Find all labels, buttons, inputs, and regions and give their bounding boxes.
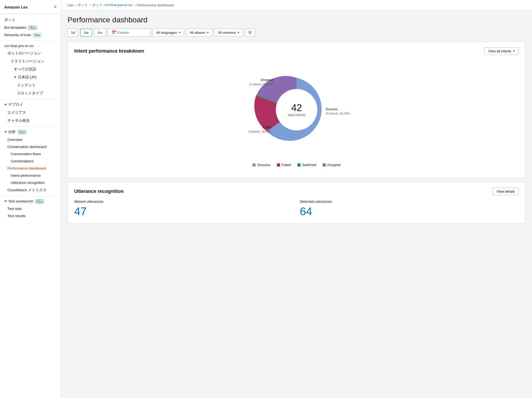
new-badge-test: New [36,200,44,204]
sidebar-item-all-lang[interactable]: すべての言語 [0,65,61,73]
detected-utterances: Detected utterances 64 [300,200,519,218]
success-callout-sub: 23 intents, 54.76% [326,112,350,116]
triangle-icon [14,77,16,78]
close-icon[interactable]: × [54,4,57,10]
legend-failed: Failed [277,163,291,167]
sidebar-item-performance-dashboard[interactable]: Performance dashboard [0,165,61,172]
sidebar-item-intent-performance[interactable]: Intent performance [0,172,61,179]
breadcrumb-sep: › [75,3,76,7]
sidebar-header: Amazon Lex × [0,0,61,14]
sidebar-nav: ボット Bot templates New Networks of bots N… [0,14,61,222]
chevron-down-icon [237,32,239,33]
switched-dot [297,163,301,167]
chart-container: 42 total intents Dropped 11 intents, 26.… [74,59,519,172]
all-languages-label: All languages [156,31,177,35]
success-callout-label: Success [326,107,350,112]
custom-date-input[interactable]: 📅 Custom [108,28,151,36]
utterance-card-header: Utterance recognition View details [74,188,519,195]
dropped-callout: Dropped 11 intents, 26.19% [249,78,273,86]
donut-hole [276,89,317,130]
svg-point-0 [249,32,251,33]
legend-success-label: Success [257,163,270,167]
new-badge: New [28,26,37,30]
failed-callout: Failed 8 intents, 19.05% [249,125,271,134]
dropped-callout-sub: 11 intents, 26.19% [249,82,273,86]
custom-label: Custom [117,31,129,35]
intent-card-title: Intent performance breakdown [74,48,144,54]
breadcrumb-bot-name[interactable]: ボット: cm-hirai-yes-or-no [92,3,132,7]
chevron-down-icon [178,32,181,33]
all-versions-dropdown[interactable]: All versions [214,29,243,36]
all-aliases-label: All aliases [190,31,205,35]
legend-dropped: Dropped [323,163,341,167]
chart-legend: Success Failed Switched Dropped [252,163,340,167]
time-1w-button[interactable]: 1w [80,29,92,36]
utterance-card-title: Utterance recognition [74,189,124,194]
view-all-label: View all intents [488,49,511,53]
calendar-icon: 📅 [111,30,115,35]
donut-chart: 42 total intents Dropped 11 intents, 26.… [241,65,352,155]
sidebar-item-utterance-recognition[interactable]: Utterance recognition [0,179,61,186]
sidebar-item-test-results[interactable]: Test results [0,212,61,219]
settings-button[interactable] [245,28,255,36]
time-1m-button[interactable]: 1m [94,29,106,36]
new-badge-dashed: New [33,33,41,37]
breadcrumb-lex[interactable]: Lex [68,3,73,7]
app-title: Amazon Lex [4,5,28,9]
intent-card-header: Intent performance breakdown View all in… [74,47,519,55]
all-aliases-dropdown[interactable]: All aliases [186,29,213,36]
triangle-icon [4,104,7,105]
breadcrumb-bots[interactable]: ボット [77,3,88,7]
sidebar-item-channel[interactable]: チャネル統合 [0,117,61,125]
triangle-icon [4,201,7,202]
sidebar-item-cm-hirai[interactable]: cm-hirai-yes-or-no [0,42,61,49]
gear-icon [248,30,252,35]
sidebar-item-conversations[interactable]: Conversations [0,158,61,165]
sidebar-item-intent[interactable]: インテント [0,81,61,89]
success-callout: Success 23 intents, 54.76% [326,107,350,116]
sidebar-item-test-workbench[interactable]: Test workbench New [0,198,61,205]
sidebar-item-conversation-dashboard[interactable]: Conversation dashboard [0,143,61,150]
missed-utterances: Missed utterances 47 [74,200,293,218]
sidebar-item-deploy[interactable]: デプロイ [0,101,61,109]
intent-performance-card: Intent performance breakdown View all in… [68,42,526,178]
legend-dropped-label: Dropped [327,163,341,167]
failed-callout-label: Failed [249,125,271,130]
sidebar-item-bot-templates[interactable]: Bot templates New [0,24,61,31]
failed-dot [277,163,280,167]
triangle-icon [4,131,7,133]
sidebar-item-slot-type[interactable]: スロットタイプ [0,89,61,97]
page-title: Performance dashboard [68,16,526,24]
chevron-down-icon [207,32,209,33]
main-content: Lex › ボット › ボット: cm-hirai-yes-or-no › Pe… [61,0,532,398]
new-badge-analytics: New [18,130,26,134]
sidebar-item-alias[interactable]: エイリアス [0,109,61,117]
sidebar-item-networks[interactable]: Networks of bots New [0,31,61,39]
sidebar-item-test-sets[interactable]: Test sets [0,205,61,212]
content-area: Performance dashboard 1d 1w 1m 📅 Custom … [61,10,532,233]
sidebar-item-analytics[interactable]: 分析 New [0,128,61,136]
legend-switched-label: Switched [302,163,316,167]
sidebar-item-japanese[interactable]: 日本語 (JP) [0,73,61,81]
sidebar-item-conversation-flows[interactable]: Conversation flows [0,150,61,158]
time-1d-button[interactable]: 1d [68,29,78,36]
utterance-grid: Missed utterances 47 Detected utterances… [74,200,519,218]
view-details-button[interactable]: View details [493,188,519,195]
sidebar-item-overview[interactable]: Overview [0,136,61,143]
breadcrumb: Lex › ボット › ボット: cm-hirai-yes-or-no › Pe… [68,3,526,7]
sidebar-item-cloudwatch[interactable]: CloudWatch メトリクス [0,186,61,194]
legend-failed-label: Failed [282,163,291,167]
missed-value: 47 [74,205,293,218]
sidebar-item-draft[interactable]: ドラフトバージョン [0,57,61,65]
view-all-intents-button[interactable]: View all intents [484,47,519,55]
filter-bar: 1d 1w 1m 📅 Custom All languages All alia… [68,28,526,36]
sidebar-item-bot-versions[interactable]: ボットのバージョン [0,49,61,57]
legend-success: Success [252,163,270,167]
sidebar: Amazon Lex × ボット Bot templates New Netwo… [0,0,61,398]
utterance-recognition-card: Utterance recognition View details Misse… [68,182,526,223]
breadcrumb-sep: › [134,3,135,7]
failed-callout-sub: 8 intents, 19.05% [249,130,271,134]
dropped-dot [323,163,326,167]
sidebar-item-bots[interactable]: ボット [0,16,61,24]
all-languages-dropdown[interactable]: All languages [153,29,184,36]
